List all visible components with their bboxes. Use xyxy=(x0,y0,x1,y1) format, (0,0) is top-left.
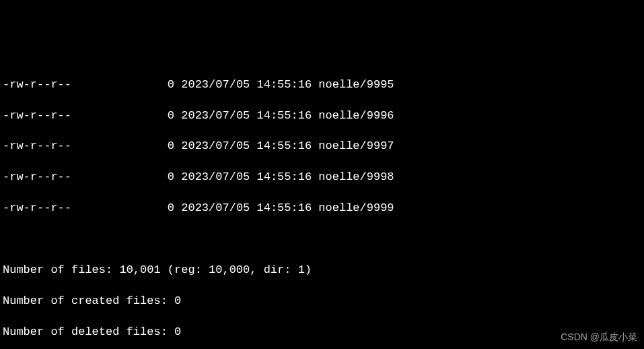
file-date: 2023/07/05 xyxy=(181,78,250,91)
file-size: 0 xyxy=(168,139,174,152)
file-name: noelle/9998 xyxy=(318,170,394,183)
stat-num-files: Number of files: 10,001 (reg: 10,000, di… xyxy=(3,263,641,278)
file-perms: -rw-r--r-- xyxy=(3,109,71,122)
file-perms: -rw-r--r-- xyxy=(3,78,71,91)
file-name: noelle/9999 xyxy=(318,201,394,214)
file-perms: -rw-r--r-- xyxy=(3,170,71,183)
file-date: 2023/07/05 xyxy=(181,139,250,152)
terminal-output: -rw-r--r-- 0 2023/07/05 14:55:16 noelle/… xyxy=(0,62,644,349)
file-size: 0 xyxy=(168,78,174,91)
file-time: 14:55:16 xyxy=(257,170,312,183)
file-name: noelle/9995 xyxy=(318,78,394,91)
watermark: CSDN @瓜皮小菜 xyxy=(561,331,637,344)
file-name: noelle/9996 xyxy=(318,109,394,122)
file-time: 14:55:16 xyxy=(257,201,312,214)
file-name: noelle/9997 xyxy=(318,139,394,152)
file-size: 0 xyxy=(168,201,174,214)
file-listing-row: -rw-r--r-- 0 2023/07/05 14:55:16 noelle/… xyxy=(3,201,641,216)
file-perms: -rw-r--r-- xyxy=(3,201,71,214)
file-time: 14:55:16 xyxy=(257,78,312,91)
file-listing-row: -rw-r--r-- 0 2023/07/05 14:55:16 noelle/… xyxy=(3,77,641,93)
file-date: 2023/07/05 xyxy=(181,201,250,214)
stat-created-files: Number of created files: 0 xyxy=(3,294,641,309)
blank-line xyxy=(3,232,641,247)
file-listing-row: -rw-r--r-- 0 2023/07/05 14:55:16 noelle/… xyxy=(3,139,641,154)
file-listing-row: -rw-r--r-- 0 2023/07/05 14:55:16 noelle/… xyxy=(3,170,641,185)
file-time: 14:55:16 xyxy=(257,109,312,122)
file-time: 14:55:16 xyxy=(257,139,312,152)
file-listing-row: -rw-r--r-- 0 2023/07/05 14:55:16 noelle/… xyxy=(3,108,641,124)
file-date: 2023/07/05 xyxy=(181,109,250,122)
file-size: 0 xyxy=(168,170,174,183)
file-perms: -rw-r--r-- xyxy=(3,139,71,152)
file-size: 0 xyxy=(168,109,174,122)
stat-deleted-files: Number of deleted files: 0 xyxy=(3,325,641,340)
file-date: 2023/07/05 xyxy=(181,170,250,183)
